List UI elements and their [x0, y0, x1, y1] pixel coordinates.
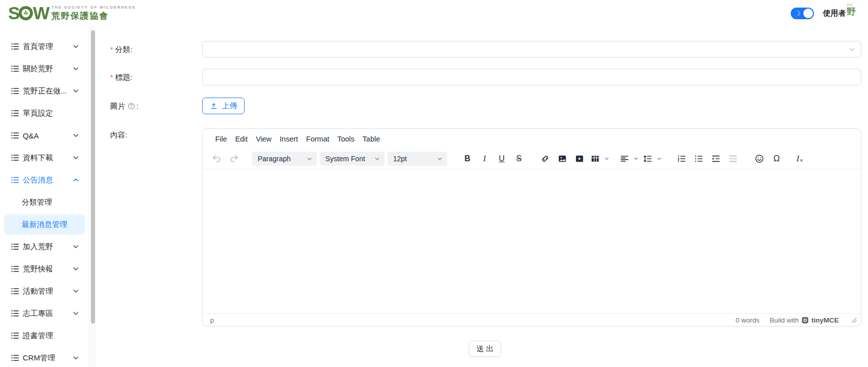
- word-count[interactable]: 0 words: [736, 316, 759, 324]
- indent-icon[interactable]: [708, 152, 724, 166]
- sidebar-scrollbar-thumb[interactable]: [91, 30, 95, 324]
- underline-button[interactable]: U: [494, 152, 510, 166]
- menu-file[interactable]: File: [211, 132, 231, 146]
- bullet-list-icon[interactable]: [691, 152, 707, 166]
- category-field-label: *分類:: [110, 41, 132, 58]
- sidebar-item-crm-management[interactable]: CRM管理: [4, 348, 85, 367]
- menu-table[interactable]: Table: [359, 132, 384, 146]
- corner-logo-tagline-fragment: OC: [847, 3, 865, 7]
- unordered-list-icon: [11, 109, 19, 117]
- content-field-label: 內容:: [110, 126, 127, 143]
- menu-format[interactable]: Format: [302, 132, 333, 146]
- outdent-icon[interactable]: [725, 152, 741, 166]
- title-input[interactable]: [202, 69, 861, 85]
- editor-toolbar: Paragraph System Font 12pt B I U S: [203, 149, 861, 169]
- editor-statusbar: p 0 words Build with tinyMCE: [203, 313, 861, 326]
- image-field-label: 圖片:: [110, 98, 138, 114]
- menu-insert[interactable]: Insert: [276, 132, 302, 146]
- chevron-down-icon: [73, 132, 79, 139]
- chevron-down-icon: [73, 155, 79, 161]
- emoji-icon[interactable]: [751, 152, 767, 166]
- insert-table-icon[interactable]: [589, 152, 611, 166]
- menu-tools[interactable]: Tools: [333, 132, 359, 146]
- unordered-list-icon: [11, 265, 19, 273]
- block-format-select[interactable]: Paragraph: [252, 152, 317, 166]
- italic-button[interactable]: I: [476, 152, 493, 166]
- chevron-down-icon: [437, 156, 443, 162]
- redo-icon[interactable]: [226, 152, 242, 166]
- element-path[interactable]: p: [210, 316, 736, 324]
- toggle-knob: [803, 9, 813, 18]
- required-asterisk: *: [110, 45, 113, 54]
- sidebar-item-single-page-settings[interactable]: 單頁設定: [4, 103, 85, 123]
- align-left-icon[interactable]: [618, 152, 640, 166]
- insert-image-icon[interactable]: [554, 152, 570, 166]
- menu-view[interactable]: View: [252, 132, 275, 146]
- clear-formatting-button[interactable]: I×: [792, 152, 808, 166]
- sidebar-item-wilderness-doing[interactable]: 荒野正在做...: [4, 81, 85, 101]
- chevron-down-icon: [73, 310, 79, 316]
- unordered-list-icon: [11, 131, 19, 140]
- resize-handle-icon[interactable]: [851, 317, 857, 323]
- logo-letter-w: W: [33, 4, 49, 23]
- unordered-list-icon: [11, 354, 19, 362]
- sidebar-item-certificate-management[interactable]: 證書管理: [4, 326, 85, 346]
- unordered-list-icon: [11, 176, 19, 184]
- insert-media-icon[interactable]: [571, 152, 588, 166]
- sidebar-item-home-management[interactable]: 首頁管理: [4, 36, 85, 57]
- bold-button[interactable]: B: [459, 152, 475, 166]
- question-circle-icon: [127, 102, 135, 110]
- editor-menubar: File Edit View Insert Format Tools Table: [203, 129, 861, 149]
- sow-logo-acronym: S W: [8, 4, 49, 23]
- unordered-list-icon: [11, 332, 19, 340]
- sidebar-nav: 首頁管理 關於荒野 荒野正在做... 單頁設定 Q&A 資料下載 公告消息 分類…: [0, 26, 89, 367]
- sidebar-item-wilderness-newsletter[interactable]: 荒野快報: [4, 259, 85, 279]
- font-size-select[interactable]: 12pt: [388, 152, 447, 166]
- upload-icon: [210, 102, 218, 110]
- sidebar-subitem-latest-news-management[interactable]: 最新消息管理: [4, 214, 85, 235]
- tinymce-branding[interactable]: Build with tinyMCE: [769, 316, 839, 324]
- logo-tagline: THE SOCIETY OF WILDERNESS: [51, 5, 135, 10]
- chevron-down-icon: [73, 266, 79, 272]
- unordered-list-icon: [11, 87, 19, 95]
- chevron-down-icon: [73, 244, 79, 250]
- chevron-down-icon: [73, 66, 79, 72]
- sidebar-item-label: 證書管理: [23, 331, 79, 341]
- editor-content[interactable]: [203, 169, 861, 313]
- link-icon[interactable]: [537, 152, 553, 166]
- sidebar-item-event-management[interactable]: 活動管理: [4, 281, 85, 301]
- logo-letter-s: S: [8, 4, 19, 23]
- logo-flower-icon: [18, 6, 33, 21]
- sidebar-item-about-wilderness[interactable]: 關於荒野: [4, 59, 85, 79]
- sidebar-item-label: 首頁管理: [23, 42, 73, 52]
- menu-edit[interactable]: Edit: [231, 132, 252, 146]
- upload-button[interactable]: 上傳: [202, 98, 245, 114]
- unordered-list-icon: [11, 309, 19, 317]
- tinymce-logo-icon: [801, 316, 809, 324]
- unordered-list-icon: [11, 287, 19, 295]
- special-character-button[interactable]: Ω: [768, 152, 785, 166]
- chevron-up-icon: [73, 177, 79, 183]
- sidebar-item-announcements[interactable]: 公告消息: [4, 170, 85, 190]
- user-menu-label[interactable]: 使用者: [823, 9, 846, 18]
- corner-logo-char-fragment: 野: [847, 7, 865, 17]
- select-chevron-down-icon: [849, 47, 855, 53]
- numbered-list-icon[interactable]: [673, 152, 690, 166]
- chevron-down-icon: [73, 288, 79, 294]
- font-family-select[interactable]: System Font: [320, 152, 384, 166]
- undo-icon[interactable]: [209, 152, 225, 166]
- sidebar-item-join-wilderness[interactable]: 加入荒野: [4, 237, 85, 257]
- submit-button[interactable]: 送 出: [469, 341, 501, 357]
- theme-toggle-switch[interactable]: ☾: [791, 8, 814, 19]
- chevron-down-icon: [73, 355, 79, 361]
- sidebar-subitem-category-management[interactable]: 分類管理: [4, 192, 85, 212]
- sow-logo: S W THE SOCIETY OF WILDERNESS 荒野保護協會: [8, 4, 136, 23]
- strikethrough-button[interactable]: S: [511, 152, 527, 166]
- category-select[interactable]: [202, 41, 861, 58]
- sidebar-item-data-download[interactable]: 資料下載: [4, 148, 85, 168]
- sidebar-item-qa[interactable]: Q&A: [4, 125, 85, 146]
- chevron-down-icon: [73, 43, 79, 50]
- line-height-icon[interactable]: [641, 152, 663, 166]
- sidebar-item-volunteer-zone[interactable]: 志工專區: [4, 303, 85, 324]
- chevron-down-icon: [73, 88, 79, 94]
